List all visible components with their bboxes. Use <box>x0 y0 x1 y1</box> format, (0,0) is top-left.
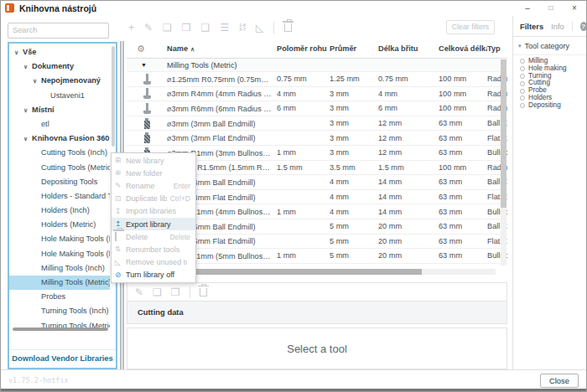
close-icon[interactable]: × <box>568 3 581 14</box>
table-row[interactable]: ⌀3mm R4mm (4mm Radius Mill)4 mm3 mm4 mm1… <box>127 87 507 102</box>
close-button[interactable]: Close <box>540 374 579 388</box>
column-header-corner-radius[interactable]: Poloměr rohu <box>277 44 330 53</box>
tree-item[interactable]: ∨Vše <box>9 45 110 59</box>
menu-item-remove-unused-tools[interactable]: ◺Remove unused tools <box>112 256 195 269</box>
download-vendor-libraries-link[interactable]: Download Vendor Libraries <box>9 349 116 368</box>
radius-mill-icon <box>143 88 151 99</box>
tree-item[interactable]: ∨Dokumenty <box>9 59 110 74</box>
menu-item-label: Export library <box>126 220 187 229</box>
tree-item[interactable]: Hole Making Tools (Metric) <box>9 247 110 261</box>
tab-info[interactable]: Info <box>551 22 564 31</box>
paste-cutting-data-icon[interactable]: ❐ <box>171 284 180 301</box>
tree-item-label: Milling Tools (Metric) <box>41 278 110 286</box>
menu-item-new-library[interactable]: ⊞New library <box>112 154 195 167</box>
duplicate-icon[interactable]: ❑ <box>201 19 210 36</box>
radio-icon[interactable] <box>520 66 525 71</box>
tree-item[interactable]: Turning Tools (Metric) <box>9 319 110 328</box>
delete-tool-icon[interactable] <box>284 23 292 32</box>
table-row[interactable]: ⌀3mm (3mm Ball Endmill)3 mm12 mm63 mmBal… <box>127 116 507 132</box>
tree-item[interactable]: Milling Tools (Inch) <box>9 261 110 276</box>
column-header-overall-length[interactable]: Celková délka <box>439 44 487 53</box>
menu-item-export-library[interactable]: ↥Export library <box>112 218 195 230</box>
collapse-caret-icon[interactable]: ▼ <box>141 62 149 68</box>
tree-item[interactable]: Milling Tools (Metric) <box>9 276 110 290</box>
paste-icon[interactable]: ❐ <box>182 19 191 36</box>
cell-corner-radius: 1.5 mm <box>277 163 330 172</box>
menu-item-rename[interactable]: ✎RenameEnter <box>112 179 195 192</box>
remove-unused-tools-icon[interactable]: ◺ <box>256 19 263 36</box>
tree-vertical-scrollbar[interactable] <box>112 46 115 147</box>
edit-cutting-data-icon[interactable]: ✎ <box>135 284 143 301</box>
menu-item-delete[interactable]: DeleteDelete <box>112 230 195 243</box>
tree-item[interactable]: ∨Nepojmenovaný <box>9 74 110 88</box>
tree-item[interactable]: Probes <box>9 290 110 304</box>
expander-caret-icon[interactable]: ∨ <box>33 74 41 88</box>
radio-icon[interactable] <box>520 95 525 101</box>
table-row[interactable]: ⌀1.25mm R0.75mm (0.75mm Radius Mill)0.75… <box>127 72 507 87</box>
maximize-icon[interactable]: □ <box>544 3 558 14</box>
menu-item-duplicate-library[interactable]: ⊡Duplicate libraryCtrl+D <box>112 193 195 205</box>
column-header-name[interactable]: Name∧ <box>167 44 277 53</box>
minimize-icon[interactable]: – <box>521 3 534 14</box>
section-label: Tool category <box>525 42 570 50</box>
column-header-flute-length[interactable]: Délka břitu <box>378 44 439 53</box>
rename-icon: ✎ <box>115 179 126 192</box>
tool-category-section[interactable]: ▾ Tool category <box>513 37 587 55</box>
remove-unused-tools-icon: ◺ <box>115 256 126 269</box>
radio-icon[interactable] <box>520 89 525 94</box>
menu-item-renumber-tools[interactable]: ⇅Renumber tools <box>112 243 195 255</box>
add-tool-icon[interactable]: + <box>128 19 134 36</box>
renumber-tools-icon[interactable]: 1-6 2-7 <box>239 23 246 33</box>
copy-cutting-data-icon[interactable]: ❏ <box>153 284 162 301</box>
tree-item[interactable]: Holders (Inch) <box>9 204 110 218</box>
cell-flute-length: 20 mm <box>378 251 439 260</box>
cell-diameter: 5 mm <box>330 222 378 230</box>
radio-icon[interactable] <box>520 81 525 86</box>
radio-icon[interactable] <box>520 74 525 79</box>
table-vertical-scrollbar[interactable] <box>501 59 506 266</box>
menu-item-new-folder[interactable]: ⊕New folder <box>112 167 195 179</box>
detail-toolbar: ✎ ❏ ❐ <box>127 282 507 302</box>
tree-item[interactable]: Holders (Metric) <box>9 218 110 232</box>
expander-caret-icon[interactable]: ∨ <box>23 103 32 117</box>
tab-filters[interactable]: Filters <box>520 22 543 31</box>
tool-type-icon <box>127 118 167 129</box>
column-header-type[interactable]: Typ <box>487 44 507 53</box>
library-tree: ∨Vše∨Dokumenty∨NepojmenovanýUstaveni1∨Mí… <box>9 45 110 328</box>
menu-item-turn-library-off[interactable]: ⊘Turn library off <box>112 269 195 281</box>
tree-item[interactable]: Hole Making Tools (Inch) <box>9 232 110 246</box>
tree-item[interactable]: ∨Místní <box>9 103 110 117</box>
radio-icon[interactable] <box>520 59 525 64</box>
column-header-diameter[interactable]: Průměr <box>330 44 378 53</box>
tree-item[interactable]: Ustaveni1 <box>9 89 110 103</box>
tree-item[interactable]: etl <box>9 117 110 132</box>
tree-item[interactable]: ∨Knihovna Fusion 360 <box>9 132 110 146</box>
sort-ascending-icon: ∧ <box>190 46 195 52</box>
tool-holder-icon[interactable]: ☰ <box>220 19 229 36</box>
delete-cutting-data-icon[interactable] <box>200 288 207 297</box>
menu-item-import-libraries[interactable]: ↧Import libraries <box>112 205 195 218</box>
filter-option-depositing[interactable]: Depositing <box>520 102 587 110</box>
tree-item[interactable]: Holders - Standard Taper <box>9 189 110 204</box>
table-group-row[interactable]: ▼ Milling Tools (Metric) <box>127 59 507 72</box>
tree-item-label: Hole Making Tools (Metric) <box>41 250 110 258</box>
radio-icon[interactable] <box>520 103 525 108</box>
search-input[interactable] <box>8 23 109 39</box>
expander-caret-icon[interactable]: ∨ <box>14 45 23 59</box>
expander-caret-icon[interactable]: ∨ <box>23 59 32 74</box>
gear-icon[interactable]: ⚙ <box>127 44 167 54</box>
table-row[interactable]: ⌀3mm (3mm Flat Endmill)3 mm12 mm63 mmFla… <box>127 131 507 146</box>
tree-item[interactable]: Turning Tools (Inch) <box>9 304 110 318</box>
help-icon[interactable]: ? <box>580 22 587 31</box>
window-title: Knihovna nástrojů <box>19 3 96 13</box>
edit-tool-icon[interactable]: ✎ <box>144 19 153 36</box>
endmill-mill-icon <box>143 132 151 143</box>
expander-caret-icon[interactable]: ∨ <box>23 132 32 146</box>
copy-icon[interactable]: ❏ <box>163 19 172 36</box>
tree-horizontal-scrollbar[interactable] <box>13 328 108 331</box>
table-row[interactable]: ⌀3mm R6mm (6mm Radius Mill)6 mm3 mm6 mm1… <box>127 101 507 116</box>
clear-filters-button[interactable]: Clear filters <box>446 20 495 34</box>
tree-item[interactable]: Cutting Tools (Metric) <box>9 161 110 175</box>
tree-item[interactable]: Depositing Tools <box>9 175 110 189</box>
tree-item[interactable]: Cutting Tools (Inch) <box>9 146 110 160</box>
